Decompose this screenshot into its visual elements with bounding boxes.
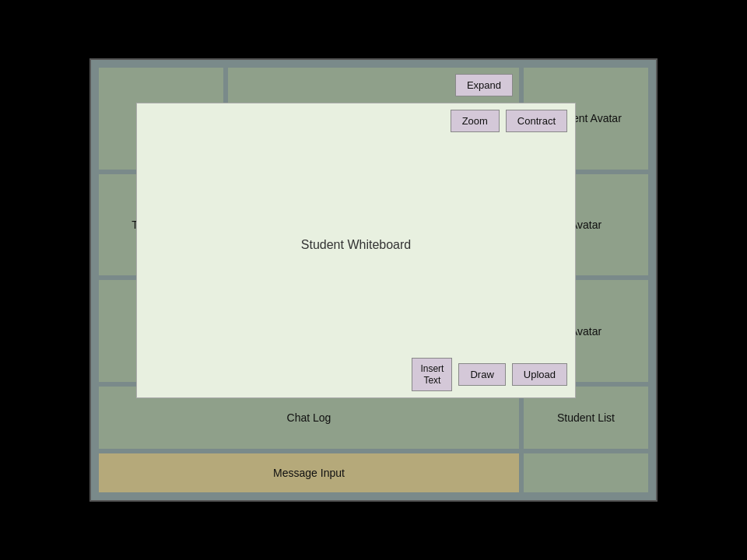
whiteboard-toolbar: Zoom Contract bbox=[137, 103, 575, 138]
whiteboard-bottom-toolbar: InsertText Draw Upload bbox=[137, 352, 575, 397]
whiteboard-canvas: Student Whiteboard bbox=[137, 138, 575, 352]
contract-button[interactable]: Contract bbox=[506, 110, 567, 132]
bottom-right-cell bbox=[524, 453, 648, 492]
whiteboard-overlay: Zoom Contract Student Whiteboard InsertT… bbox=[136, 103, 576, 398]
student-list-label: Student List bbox=[557, 411, 615, 424]
message-input-label: Message Input bbox=[273, 467, 345, 479]
chat-log-label: Chat Log bbox=[287, 411, 331, 424]
zoom-button[interactable]: Zoom bbox=[451, 110, 500, 132]
upload-button[interactable]: Upload bbox=[512, 363, 567, 386]
expand-button[interactable]: Expand bbox=[455, 74, 513, 96]
insert-text-button[interactable]: InsertText bbox=[412, 358, 452, 391]
whiteboard-title: Student Whiteboard bbox=[301, 238, 411, 252]
draw-button[interactable]: Draw bbox=[458, 363, 505, 386]
app-window: Expand Student Avatar Tutor Avatar Avata… bbox=[89, 58, 658, 502]
message-input-cell[interactable]: Message Input bbox=[99, 453, 519, 492]
